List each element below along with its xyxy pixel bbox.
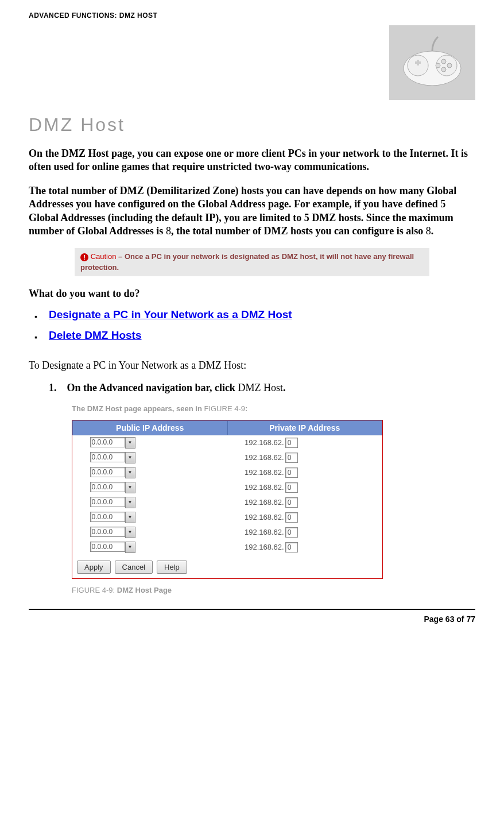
public-ip-select[interactable]: 0.0.0.0 (90, 497, 125, 507)
private-ip-prefix: 192.168.62. (245, 438, 284, 447)
table-row: 0.0.0.0▼ 192.168.62.0 (73, 495, 382, 510)
table-row: 0.0.0.0▼ 192.168.62.0 (73, 450, 382, 465)
private-ip-input[interactable]: 0 (285, 482, 298, 493)
public-ip-select[interactable]: 0.0.0.0 (90, 482, 125, 492)
cancel-button[interactable]: Cancel (115, 561, 153, 574)
list-item: ▪ Delete DMZ Hosts (34, 329, 475, 345)
caution-text: Once a PC in your network is designated … (80, 252, 414, 271)
chevron-down-icon[interactable]: ▼ (125, 467, 135, 478)
private-ip-input[interactable]: 0 (285, 527, 298, 538)
chevron-down-icon[interactable]: ▼ (125, 512, 135, 523)
apply-button[interactable]: Apply (77, 561, 111, 574)
chevron-down-icon[interactable]: ▼ (125, 497, 135, 508)
table-row: 0.0.0.0▼ 192.168.62.0 (73, 510, 382, 525)
svg-point-4 (447, 63, 452, 68)
private-ip-input[interactable]: 0 (285, 497, 298, 508)
private-ip-prefix: 192.168.62. (245, 528, 284, 536)
section-subheading: To Designate a PC in Your Network as a D… (29, 360, 475, 372)
dmz-table-container: Public IP Address Private IP Address 0.0… (72, 420, 383, 579)
public-ip-select[interactable]: 0.0.0.0 (90, 542, 125, 552)
page-title: DMZ Host (29, 114, 475, 136)
page-footer: Page 63 of 77 (29, 609, 475, 624)
paragraph-1: On the DMZ Host page, you can expose one… (29, 147, 475, 174)
link-designate-pc[interactable]: Designate a PC in Your Network as a DMZ … (49, 308, 292, 321)
list-item: ▪ Designate a PC in Your Network as a DM… (34, 308, 475, 324)
chevron-down-icon[interactable]: ▼ (125, 542, 135, 553)
gamepad-icon (398, 34, 467, 91)
svg-point-5 (441, 67, 446, 72)
step-number: 1. (49, 382, 57, 394)
paragraph-2: The total number of DMZ (Demilitarized Z… (29, 184, 475, 238)
link-list: ▪ Designate a PC in Your Network as a DM… (34, 308, 475, 345)
question-heading: What do you want to do? (29, 288, 475, 300)
private-ip-input[interactable]: 0 (285, 542, 298, 552)
caution-box: ! Caution – Once a PC in your network is… (75, 248, 429, 276)
page-header: ADVANCED FUNCTIONS: DMZ HOST (29, 11, 475, 20)
private-ip-input[interactable]: 0 (285, 438, 298, 448)
table-row: 0.0.0.0▼ 192.168.62.0 (73, 480, 382, 495)
chevron-down-icon[interactable]: ▼ (125, 437, 135, 449)
private-ip-input[interactable]: 0 (285, 453, 298, 463)
svg-point-6 (436, 63, 440, 68)
caution-label: Caution (91, 252, 117, 261)
button-row: Apply Cancel Help (72, 555, 382, 578)
column-private-ip: Private IP Address (227, 420, 382, 435)
help-button[interactable]: Help (157, 561, 187, 574)
private-ip-prefix: 192.168.62. (245, 468, 284, 477)
private-ip-prefix: 192.168.62. (245, 498, 284, 507)
table-row: 0.0.0.0▼ 192.168.62.0 (73, 435, 382, 450)
chevron-down-icon[interactable]: ▼ (125, 482, 135, 493)
private-ip-prefix: 192.168.62. (245, 543, 284, 551)
svg-point-3 (441, 59, 446, 64)
private-ip-prefix: 192.168.62. (245, 453, 284, 462)
private-ip-prefix: 192.168.62. (245, 483, 284, 492)
public-ip-select[interactable]: 0.0.0.0 (90, 527, 125, 537)
private-ip-prefix: 192.168.62. (245, 513, 284, 521)
bullet-icon: ▪ (34, 329, 37, 345)
public-ip-select[interactable]: 0.0.0.0 (90, 452, 125, 462)
table-row: 0.0.0.0▼ 192.168.62.0 (73, 540, 382, 555)
bullet-icon: ▪ (34, 308, 37, 324)
step-text: On the Advanced navigation bar, click DM… (67, 382, 286, 394)
step-1: 1. On the Advanced navigation bar, click… (49, 382, 475, 394)
controller-illustration (389, 25, 475, 100)
public-ip-select[interactable]: 0.0.0.0 (90, 437, 125, 447)
private-ip-input[interactable]: 0 (285, 512, 298, 523)
chevron-down-icon[interactable]: ▼ (125, 527, 135, 538)
figure-area: Public IP Address Private IP Address 0.0… (72, 420, 475, 594)
figure-caption: FIGURE 4-9: DMZ Host Page (72, 586, 475, 594)
public-ip-select[interactable]: 0.0.0.0 (90, 512, 125, 522)
svg-rect-8 (417, 60, 419, 65)
figure-intro: The DMZ Host page appears, seen in FIGUR… (72, 404, 475, 413)
link-delete-dmz[interactable]: Delete DMZ Hosts (49, 329, 142, 342)
chevron-down-icon[interactable]: ▼ (125, 452, 135, 463)
public-ip-select[interactable]: 0.0.0.0 (90, 467, 125, 477)
dmz-table: Public IP Address Private IP Address 0.0… (72, 420, 382, 555)
private-ip-input[interactable]: 0 (285, 467, 298, 478)
table-row: 0.0.0.0▼ 192.168.62.0 (73, 465, 382, 480)
caution-icon: ! (80, 253, 88, 261)
column-public-ip: Public IP Address (73, 420, 228, 435)
table-row: 0.0.0.0▼ 192.168.62.0 (73, 525, 382, 540)
